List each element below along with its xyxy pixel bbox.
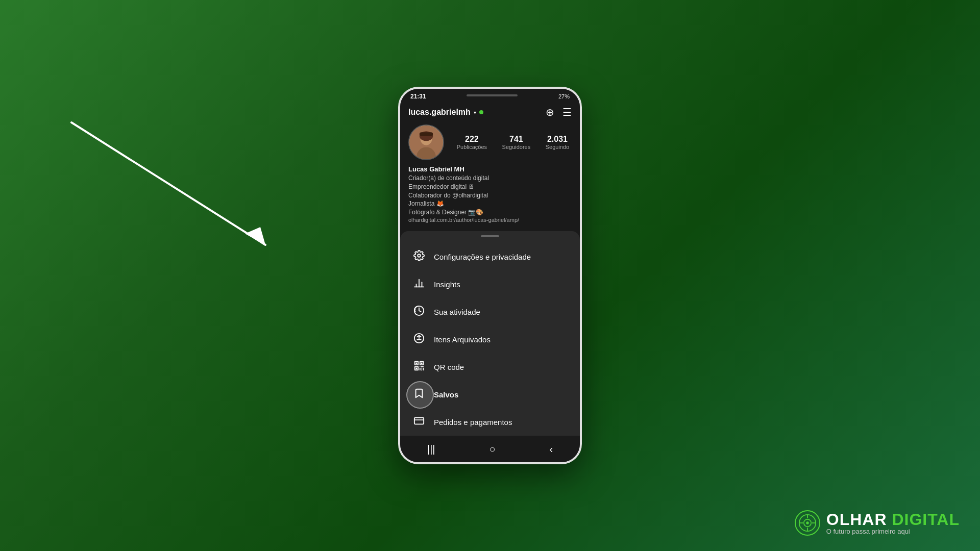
seguidores-label: Seguidores [502, 144, 531, 150]
svg-rect-18 [416, 363, 418, 364]
bio-link[interactable]: olhardigital.com.br/author/lucas-gabriel… [408, 217, 572, 223]
brand-tagline: O futuro passa primeiro aqui [826, 528, 960, 535]
menu-label-salvos: Salvos [434, 390, 458, 399]
online-indicator [479, 110, 483, 114]
bio-line-5: Fotógrafo & Designer 📷🎨 [408, 208, 572, 217]
svg-point-41 [806, 521, 808, 524]
add-post-icon[interactable]: ⊕ [546, 106, 554, 118]
nav-recent-apps-icon[interactable]: ||| [427, 443, 435, 455]
content-area: lucas.gabrielmh ▾ ⊕ ☰ [400, 102, 580, 436]
bio-line-1: Criador(a) de conteúdo digital [408, 174, 572, 183]
menu-item-salvos[interactable]: Salvos [400, 381, 580, 409]
svg-marker-1 [245, 227, 265, 245]
profile-header: lucas.gabrielmh ▾ ⊕ ☰ [408, 106, 572, 118]
svg-rect-20 [416, 368, 418, 369]
bio-line-4: Jornalista 🦊 [408, 199, 572, 208]
stat-publications: 222 Publicações [457, 135, 487, 150]
menu-label-insights: Insights [434, 280, 460, 289]
stats-row: 222 Publicações 741 Seguidores 2.031 Seg… [454, 135, 572, 150]
header-icons: ⊕ ☰ [546, 106, 572, 118]
menu-item-arquivados[interactable]: Itens Arquivados [400, 326, 580, 354]
stat-seguindo: 2.031 Seguindo [546, 135, 570, 150]
menu-label-arquivados: Itens Arquivados [434, 335, 491, 344]
status-bar: 21:31 27% [400, 89, 580, 102]
status-time: 21:31 [410, 93, 426, 100]
publications-count: 222 [457, 135, 487, 144]
menu-item-atividade[interactable]: Sua atividade [400, 298, 580, 326]
svg-rect-27 [414, 418, 424, 424]
archive-icon [412, 333, 426, 347]
menu-label-qrcode: QR code [434, 363, 464, 371]
nav-home-icon[interactable]: ○ [489, 443, 495, 455]
status-battery: 27% [558, 93, 570, 99]
profile-info-row: 222 Publicações 741 Seguidores 2.031 Seg… [408, 124, 572, 160]
avatar [408, 124, 444, 160]
svg-line-0 [71, 122, 265, 245]
bio-line-2: Empreendedor digital 🖥 [408, 183, 572, 191]
svg-rect-6 [420, 132, 433, 136]
chevron-down-icon: ▾ [474, 110, 476, 115]
qr-icon [412, 360, 426, 374]
bio-fullname: Lucas Gabriel MH [408, 165, 572, 173]
bio-line-3: Colaborador do @olhardigital [408, 191, 572, 200]
svg-point-7 [418, 254, 421, 257]
menu-label-configuracoes: Configurações e privacidade [434, 253, 531, 261]
publications-label: Publicações [457, 144, 487, 150]
brand-name: OLHAR DIGITAL [826, 511, 960, 528]
phone-frame: 21:31 27% lucas.gabrielmh ▾ ⊕ ☰ [398, 87, 582, 464]
nav-back-icon[interactable]: ‹ [549, 443, 553, 455]
svg-rect-19 [421, 363, 423, 364]
seguidores-count: 741 [502, 135, 531, 144]
card-icon [412, 415, 426, 430]
chart-icon [412, 278, 426, 292]
profile-section: lucas.gabrielmh ▾ ⊕ ☰ [400, 102, 580, 231]
brand-name-green: DIGITAL [892, 510, 960, 529]
avatar-image [409, 126, 443, 159]
clock-icon [412, 305, 426, 319]
watermark: OLHAR DIGITAL O futuro passa primeiro aq… [795, 510, 960, 536]
arrow-pointer [41, 102, 296, 265]
seguindo-count: 2.031 [546, 135, 570, 144]
bio-section: Lucas Gabriel MH Criador(a) de conteúdo … [408, 165, 572, 227]
seguindo-label: Seguindo [546, 144, 570, 150]
sheet-handle [481, 235, 499, 237]
bottom-sheet-menu: Configurações e privacidade Insights [400, 231, 580, 436]
hamburger-menu-icon[interactable]: ☰ [562, 106, 572, 118]
username-row: lucas.gabrielmh ▾ [408, 108, 483, 117]
menu-label-atividade: Sua atividade [434, 308, 480, 316]
navigation-bar: ||| ○ ‹ [400, 436, 580, 462]
menu-item-insights[interactable]: Insights [400, 271, 580, 298]
username-label: lucas.gabrielmh [408, 108, 471, 117]
gear-icon [412, 250, 426, 264]
menu-label-pedidos: Pedidos e pagamentos [434, 418, 512, 427]
menu-item-configuracoes[interactable]: Configurações e privacidade [400, 243, 580, 271]
olhar-digital-logo [795, 510, 820, 536]
bookmark-icon [412, 388, 426, 402]
menu-item-qrcode[interactable]: QR code [400, 354, 580, 381]
notch [467, 94, 518, 96]
stat-seguidores: 741 Seguidores [502, 135, 531, 150]
menu-item-pedidos[interactable]: Pedidos e pagamentos [400, 409, 580, 436]
watermark-text: OLHAR DIGITAL O futuro passa primeiro aq… [826, 511, 960, 535]
